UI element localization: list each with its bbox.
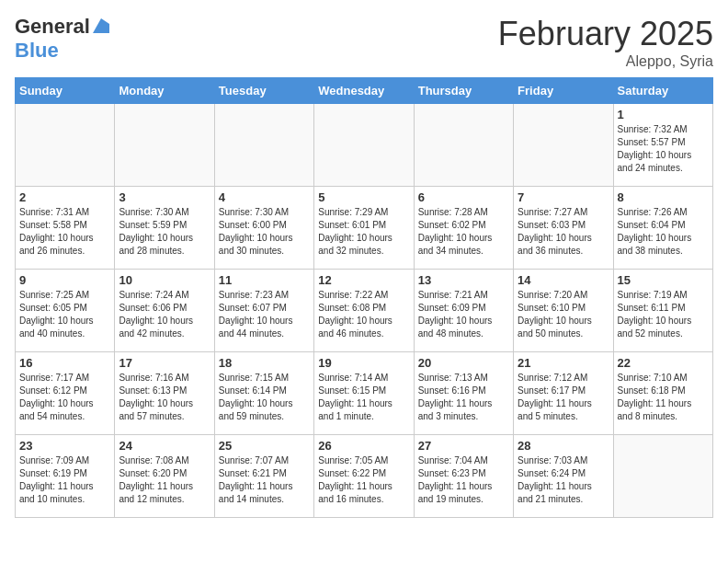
day-info: Sunrise: 7:09 AM Sunset: 6:19 PM Dayligh… xyxy=(19,454,110,506)
day-info: Sunrise: 7:24 AM Sunset: 6:06 PM Dayligh… xyxy=(119,289,210,340)
week-row-4: 16Sunrise: 7:17 AM Sunset: 6:12 PM Dayli… xyxy=(16,352,713,435)
day-info: Sunrise: 7:08 AM Sunset: 6:20 PM Dayligh… xyxy=(119,454,210,506)
day-info: Sunrise: 7:22 AM Sunset: 6:08 PM Dayligh… xyxy=(318,289,409,340)
day-info: Sunrise: 7:23 AM Sunset: 6:07 PM Dayligh… xyxy=(219,289,310,340)
calendar-table: SundayMondayTuesdayWednesdayThursdayFrid… xyxy=(15,77,713,518)
day-info: Sunrise: 7:14 AM Sunset: 6:15 PM Dayligh… xyxy=(318,372,409,423)
column-header-monday: Monday xyxy=(115,78,214,104)
logo-icon xyxy=(91,17,111,35)
day-number: 19 xyxy=(318,356,409,370)
title-block: February 2025 Aleppo, Syria xyxy=(498,15,713,70)
column-header-thursday: Thursday xyxy=(414,78,513,104)
day-number: 16 xyxy=(19,356,110,370)
day-cell: 20Sunrise: 7:13 AM Sunset: 6:16 PM Dayli… xyxy=(414,352,513,435)
day-info: Sunrise: 7:27 AM Sunset: 6:03 PM Dayligh… xyxy=(518,206,609,258)
calendar-title: February 2025 xyxy=(498,15,713,53)
day-number: 13 xyxy=(418,273,509,287)
day-number: 4 xyxy=(219,190,310,204)
column-header-sunday: Sunday xyxy=(16,78,115,104)
day-cell xyxy=(613,435,712,518)
day-info: Sunrise: 7:13 AM Sunset: 6:16 PM Dayligh… xyxy=(418,372,509,423)
day-number: 28 xyxy=(518,439,609,453)
day-number: 21 xyxy=(518,356,609,370)
day-info: Sunrise: 7:15 AM Sunset: 6:14 PM Dayligh… xyxy=(219,372,310,423)
day-cell: 12Sunrise: 7:22 AM Sunset: 6:08 PM Dayli… xyxy=(314,270,414,352)
day-cell xyxy=(16,104,115,187)
day-cell: 28Sunrise: 7:03 AM Sunset: 6:24 PM Dayli… xyxy=(514,435,613,518)
day-info: Sunrise: 7:29 AM Sunset: 6:01 PM Dayligh… xyxy=(318,206,409,258)
day-number: 22 xyxy=(618,356,709,370)
day-cell: 19Sunrise: 7:14 AM Sunset: 6:15 PM Dayli… xyxy=(314,352,414,435)
day-cell xyxy=(414,104,513,187)
column-header-tuesday: Tuesday xyxy=(214,78,313,104)
day-cell: 9Sunrise: 7:25 AM Sunset: 6:05 PM Daylig… xyxy=(16,270,115,352)
day-cell: 17Sunrise: 7:16 AM Sunset: 6:13 PM Dayli… xyxy=(115,352,214,435)
day-info: Sunrise: 7:31 AM Sunset: 5:58 PM Dayligh… xyxy=(19,206,110,258)
logo-blue-text: Blue xyxy=(15,39,59,63)
day-info: Sunrise: 7:30 AM Sunset: 5:59 PM Dayligh… xyxy=(119,206,210,258)
day-info: Sunrise: 7:32 AM Sunset: 5:57 PM Dayligh… xyxy=(618,123,709,175)
day-cell: 6Sunrise: 7:28 AM Sunset: 6:02 PM Daylig… xyxy=(414,187,513,270)
column-header-wednesday: Wednesday xyxy=(314,78,414,104)
day-info: Sunrise: 7:17 AM Sunset: 6:12 PM Dayligh… xyxy=(19,372,110,423)
day-number: 12 xyxy=(318,273,409,287)
svg-marker-0 xyxy=(93,18,109,33)
day-cell: 4Sunrise: 7:30 AM Sunset: 6:00 PM Daylig… xyxy=(214,187,313,270)
day-info: Sunrise: 7:10 AM Sunset: 6:18 PM Dayligh… xyxy=(618,372,709,423)
day-info: Sunrise: 7:05 AM Sunset: 6:22 PM Dayligh… xyxy=(318,454,409,506)
day-info: Sunrise: 7:16 AM Sunset: 6:13 PM Dayligh… xyxy=(119,372,210,423)
day-cell xyxy=(514,104,613,187)
day-info: Sunrise: 7:28 AM Sunset: 6:02 PM Dayligh… xyxy=(418,206,509,258)
day-info: Sunrise: 7:04 AM Sunset: 6:23 PM Dayligh… xyxy=(418,454,509,506)
day-cell: 8Sunrise: 7:26 AM Sunset: 6:04 PM Daylig… xyxy=(613,187,712,270)
day-number: 10 xyxy=(119,273,210,287)
day-cell: 11Sunrise: 7:23 AM Sunset: 6:07 PM Dayli… xyxy=(214,270,313,352)
day-info: Sunrise: 7:26 AM Sunset: 6:04 PM Dayligh… xyxy=(618,206,709,258)
page-header: General Blue February 2025 Aleppo, Syria xyxy=(15,15,713,70)
day-cell: 22Sunrise: 7:10 AM Sunset: 6:18 PM Dayli… xyxy=(613,352,712,435)
day-info: Sunrise: 7:07 AM Sunset: 6:21 PM Dayligh… xyxy=(219,454,310,506)
logo-general-text: General xyxy=(15,15,90,39)
day-number: 14 xyxy=(518,273,609,287)
day-info: Sunrise: 7:12 AM Sunset: 6:17 PM Dayligh… xyxy=(518,372,609,423)
day-cell: 16Sunrise: 7:17 AM Sunset: 6:12 PM Dayli… xyxy=(16,352,115,435)
day-info: Sunrise: 7:30 AM Sunset: 6:00 PM Dayligh… xyxy=(219,206,310,258)
day-cell: 15Sunrise: 7:19 AM Sunset: 6:11 PM Dayli… xyxy=(613,270,712,352)
day-number: 11 xyxy=(219,273,310,287)
day-cell: 26Sunrise: 7:05 AM Sunset: 6:22 PM Dayli… xyxy=(314,435,414,518)
day-cell xyxy=(115,104,214,187)
day-number: 9 xyxy=(19,273,110,287)
day-cell: 2Sunrise: 7:31 AM Sunset: 5:58 PM Daylig… xyxy=(16,187,115,270)
day-info: Sunrise: 7:25 AM Sunset: 6:05 PM Dayligh… xyxy=(19,289,110,340)
day-number: 27 xyxy=(418,439,509,453)
day-cell: 18Sunrise: 7:15 AM Sunset: 6:14 PM Dayli… xyxy=(214,352,313,435)
day-number: 24 xyxy=(119,439,210,453)
day-number: 6 xyxy=(418,190,509,204)
day-cell: 27Sunrise: 7:04 AM Sunset: 6:23 PM Dayli… xyxy=(414,435,513,518)
week-row-2: 2Sunrise: 7:31 AM Sunset: 5:58 PM Daylig… xyxy=(16,187,713,270)
day-cell: 14Sunrise: 7:20 AM Sunset: 6:10 PM Dayli… xyxy=(514,270,613,352)
week-row-3: 9Sunrise: 7:25 AM Sunset: 6:05 PM Daylig… xyxy=(16,270,713,352)
day-cell: 13Sunrise: 7:21 AM Sunset: 6:09 PM Dayli… xyxy=(414,270,513,352)
day-info: Sunrise: 7:03 AM Sunset: 6:24 PM Dayligh… xyxy=(518,454,609,506)
day-number: 26 xyxy=(318,439,409,453)
day-cell: 3Sunrise: 7:30 AM Sunset: 5:59 PM Daylig… xyxy=(115,187,214,270)
day-number: 1 xyxy=(618,108,709,121)
day-number: 7 xyxy=(518,190,609,204)
day-cell: 24Sunrise: 7:08 AM Sunset: 6:20 PM Dayli… xyxy=(115,435,214,518)
calendar-subtitle: Aleppo, Syria xyxy=(498,53,713,70)
day-number: 25 xyxy=(219,439,310,453)
day-info: Sunrise: 7:19 AM Sunset: 6:11 PM Dayligh… xyxy=(618,289,709,340)
day-number: 5 xyxy=(318,190,409,204)
logo: General Blue xyxy=(15,15,111,63)
day-cell: 10Sunrise: 7:24 AM Sunset: 6:06 PM Dayli… xyxy=(115,270,214,352)
day-info: Sunrise: 7:20 AM Sunset: 6:10 PM Dayligh… xyxy=(518,289,609,340)
day-info: Sunrise: 7:21 AM Sunset: 6:09 PM Dayligh… xyxy=(418,289,509,340)
day-cell: 1Sunrise: 7:32 AM Sunset: 5:57 PM Daylig… xyxy=(613,104,712,187)
day-cell: 21Sunrise: 7:12 AM Sunset: 6:17 PM Dayli… xyxy=(514,352,613,435)
day-cell: 7Sunrise: 7:27 AM Sunset: 6:03 PM Daylig… xyxy=(514,187,613,270)
column-header-friday: Friday xyxy=(514,78,613,104)
day-number: 15 xyxy=(618,273,709,287)
day-cell xyxy=(214,104,313,187)
day-number: 2 xyxy=(19,190,110,204)
